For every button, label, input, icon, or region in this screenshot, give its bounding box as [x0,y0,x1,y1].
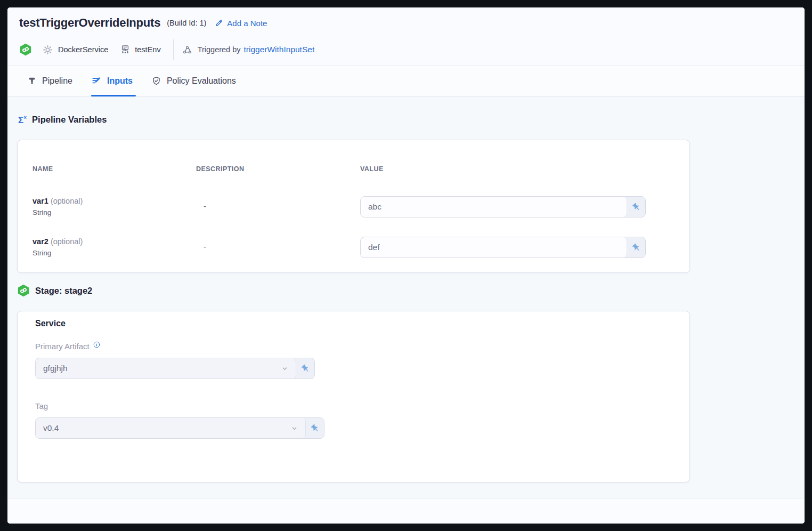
primary-artifact-value: gfgjhjh [43,364,280,373]
trigger-icon [182,45,192,55]
triggered-by-label: Triggered by [198,45,241,54]
column-header-name: NAME [33,165,53,173]
info-icon[interactable] [93,341,101,349]
meta-divider [173,39,174,60]
variable-optional-label: (optional) [51,237,83,246]
pin-icon [308,422,321,435]
pipeline-variables-title: Pipeline Variables [32,115,107,125]
variable-name-block: var1 (optional) String [33,197,83,216]
pipeline-variables-heading: Σ× Pipeline Variables [18,115,107,125]
environment-name: testEnv [135,45,160,54]
page-title: testTriggerOverrideInputs [19,16,160,30]
primary-artifact-label-row: Primary Artifact [35,342,101,351]
variable-row-var2: var2 (optional) String - [18,237,689,258]
primary-artifact-select-group: gfgjhjh [35,358,315,379]
variable-row-var1: var1 (optional) String - [18,196,689,218]
tab-pipeline-label: Pipeline [42,76,72,86]
variable-value-field[interactable] [361,237,627,258]
tab-inputs-label: Inputs [107,76,133,86]
trigger-link[interactable]: triggerWithInputSet [244,45,315,54]
execution-header: testTriggerOverrideInputs (Build Id: 1) … [7,7,805,66]
tag-select-group: v0.4 [35,417,324,439]
primary-artifact-label: Primary Artifact [35,342,90,351]
variable-name: var2 [33,237,48,246]
column-header-description: DESCRIPTION [196,165,244,173]
chevron-down-icon [280,364,289,373]
pipeline-icon [27,76,37,86]
meta-row: DockerService testEnv [19,39,314,60]
pipeline-variables-card: NAME DESCRIPTION VALUE var1 (optional) S… [17,140,690,273]
tag-value: v0.4 [43,423,290,433]
gear-icon [42,44,53,55]
pencil-icon [215,19,223,27]
inputs-icon [91,76,102,86]
variable-optional-label: (optional) [51,197,83,205]
add-note-button[interactable]: Add a Note [215,19,267,28]
variable-name-block: var2 (optional) String [33,237,83,257]
cd-stage-icon [17,284,30,297]
column-header-value: VALUE [360,165,384,173]
stage-title: Stage: stage2 [35,286,92,296]
pin-icon [630,241,643,254]
primary-artifact-select[interactable]: gfgjhjh [36,358,296,379]
build-id-label: (Build Id: 1) [167,19,206,27]
cd-stage-icon [19,43,32,56]
pin-button[interactable] [296,358,314,379]
variable-value-input-var2[interactable] [368,243,619,252]
tab-bar: Pipeline Inputs [7,66,805,96]
app-window: testTriggerOverrideInputs (Build Id: 1) … [7,7,805,524]
policy-shield-check-icon [151,76,161,86]
tag-select[interactable]: v0.4 [36,418,306,438]
stage-heading: Stage: stage2 [17,284,92,297]
pin-button[interactable] [627,237,645,258]
variable-description: - [204,202,206,211]
sigma-icon: Σ× [18,115,27,125]
variable-description: - [204,243,206,251]
pin-button[interactable] [627,197,645,217]
service-card-title: Service [35,319,66,328]
variable-value-group [360,237,646,258]
tag-label: Tag [35,401,48,411]
environment-icon [120,44,131,55]
variable-value-group [360,196,646,218]
chevron-down-icon [290,424,299,433]
add-note-label: Add a Note [227,19,267,28]
tab-pipeline[interactable]: Pipeline [27,66,72,96]
variable-name: var1 [33,197,48,205]
tab-inputs[interactable]: Inputs [91,66,133,96]
inputs-tab-content: Σ× Pipeline Variables NAME DESCRIPTION V… [7,96,805,524]
title-row: testTriggerOverrideInputs (Build Id: 1) … [19,16,267,30]
pin-button[interactable] [306,418,324,438]
variable-value-field[interactable] [361,197,627,217]
service-card: Service Primary Artifact gfgjhjh [17,311,690,482]
footer-strip [7,498,805,524]
pin-icon [630,200,643,213]
variable-type: String [33,208,83,216]
tab-policy-evaluations[interactable]: Policy Evaluations [151,66,236,96]
service-name: DockerService [58,45,108,54]
variable-value-input-var1[interactable] [368,202,619,212]
tag-label-row: Tag [35,401,48,411]
pin-icon [299,362,312,375]
variable-type: String [33,249,83,257]
tab-policy-label: Policy Evaluations [167,76,236,86]
